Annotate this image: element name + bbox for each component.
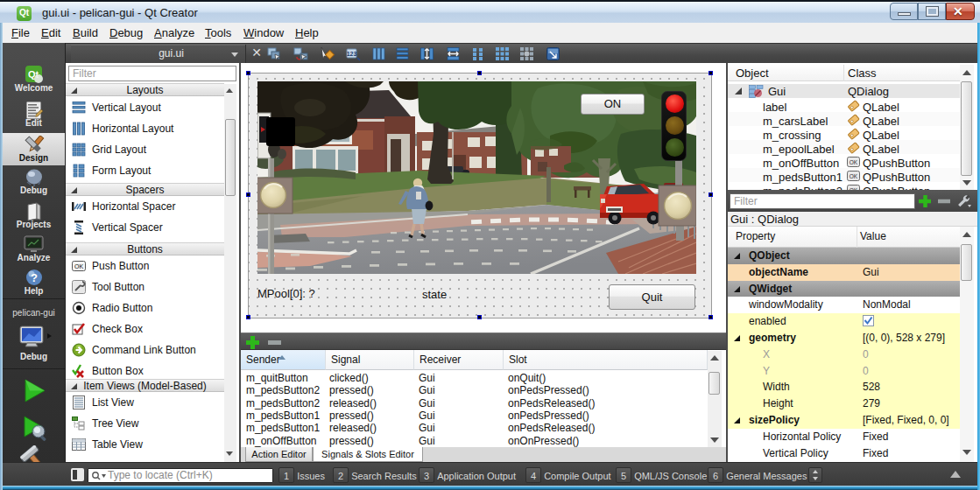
- svg-text:OK: OK: [74, 263, 83, 270]
- svg-text:OK: OK: [850, 173, 858, 179]
- svg-text:OK: OK: [850, 159, 858, 165]
- svg-text:123: 123: [347, 51, 357, 57]
- svg-text:?: ?: [31, 271, 38, 284]
